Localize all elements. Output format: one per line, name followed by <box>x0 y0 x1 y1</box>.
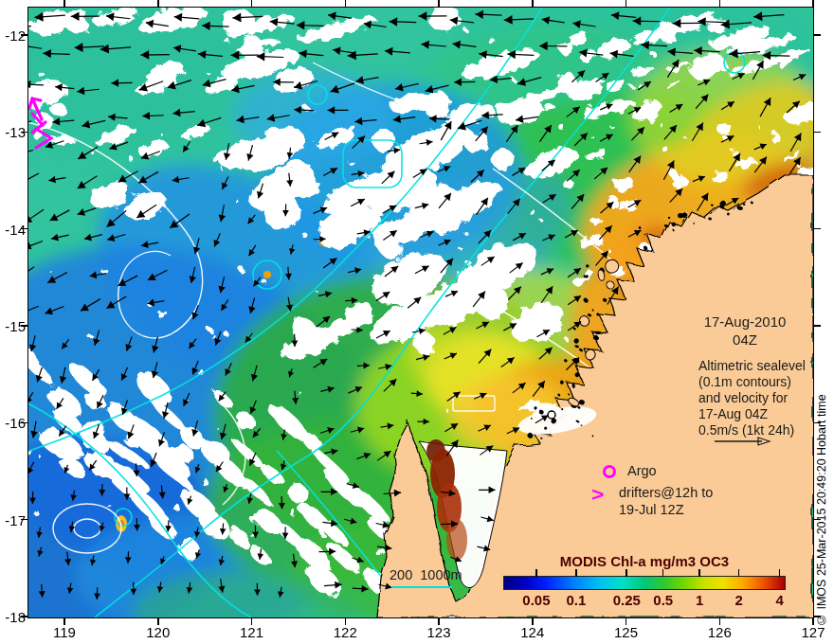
colorbar-tick <box>738 569 740 577</box>
lat-tick-right <box>813 325 821 327</box>
lon-tick-top <box>719 0 721 8</box>
lon-tick-label: 122 <box>334 624 357 640</box>
velocity-scale-arrow <box>713 435 771 448</box>
colorbar-tick-label: 0.1 <box>567 592 587 608</box>
lat-tick-label: -12 <box>0 27 26 44</box>
argo-label: Argo <box>627 463 657 478</box>
drifter-label-line: 19-Jul 12Z <box>619 501 713 518</box>
lon-tick-label: 123 <box>426 624 450 640</box>
colorbar-tick <box>535 569 537 577</box>
colorbar-tick <box>575 569 577 577</box>
colorbar-tick-label: 0.5 <box>653 592 673 608</box>
lat-tick-label: -14 <box>0 221 26 237</box>
lon-tick-label: 120 <box>146 624 170 640</box>
colorbar-tick <box>626 569 627 577</box>
colorbar <box>503 576 786 590</box>
date-time: 04Z <box>684 331 806 349</box>
modis-chlorophyll-map-figure: 17-Aug-2010 04Z Altimetric sealevel (0.1… <box>0 0 834 644</box>
lon-tick-label: 119 <box>53 624 76 640</box>
isobath-key-label: 200 1000m <box>390 567 462 582</box>
lon-tick-top <box>812 0 814 8</box>
colorbar-tick <box>662 569 664 577</box>
alti-line: Altimetric sealevel <box>698 358 806 374</box>
colorbar-tick-label: 0.25 <box>613 592 641 608</box>
lat-tick-label: -16 <box>0 415 26 431</box>
colorbar-tick-label: 2 <box>734 592 742 608</box>
isobath-key-line <box>391 586 452 588</box>
drifter-legend: > drifters@12h to 19-Jul 12Z <box>591 484 713 518</box>
argo-marker-icon <box>603 465 616 478</box>
colorbar-title: MODIS Chl-a mg/m3 OC3 <box>503 553 786 569</box>
lon-tick-top <box>345 0 347 8</box>
lon-tick-label: 127 <box>801 624 825 640</box>
colorbar-tick-label: 0.05 <box>522 592 550 608</box>
argo-legend: Argo <box>597 463 657 478</box>
lon-tick-top <box>438 0 440 8</box>
lat-tick-right <box>813 34 821 36</box>
date-line: 17-Aug-2010 <box>684 313 806 331</box>
colorbar-tick <box>779 569 781 577</box>
lon-tick-top <box>532 0 534 8</box>
lon-tick-label: 126 <box>708 624 732 640</box>
lat-tick-label: -18 <box>0 608 26 624</box>
lat-tick-right <box>813 228 821 230</box>
lon-tick-label: 121 <box>240 624 263 640</box>
lat-tick-label: -13 <box>0 124 26 140</box>
credit-text: © IMOS 25-Mar-2015 20:49:20 Hobart time <box>815 363 832 626</box>
drifter-label-line: drifters@12h to <box>619 484 713 501</box>
colorbar-tick-label: 1 <box>696 592 703 608</box>
shoal-marker <box>263 271 271 278</box>
drifter-marker-icon: > <box>591 487 604 501</box>
lat-tick-right <box>813 422 821 424</box>
lon-tick-top <box>63 0 65 8</box>
lat-tick-label: -17 <box>0 511 26 528</box>
colorbar-tick <box>698 569 700 577</box>
lon-tick-label: 124 <box>520 624 544 640</box>
lon-tick-top <box>626 0 627 8</box>
alti-line: and velocity for <box>698 390 806 406</box>
colorbar-tick-label: 4 <box>775 592 783 608</box>
lon-tick-top <box>157 0 159 8</box>
alti-line: 17-Aug 04Z <box>698 406 806 422</box>
date-annotation: 17-Aug-2010 04Z <box>684 313 806 349</box>
lat-tick-right <box>813 519 821 521</box>
lat-tick-right <box>813 616 821 617</box>
altimetric-annotation: Altimetric sealevel (0.1m contours) and … <box>698 358 806 438</box>
lon-tick-top <box>251 0 253 8</box>
lat-tick-right <box>813 132 821 134</box>
lon-tick-label: 125 <box>614 624 638 640</box>
alti-line: (0.1m contours) <box>698 374 806 390</box>
lat-tick-label: -15 <box>0 317 26 333</box>
